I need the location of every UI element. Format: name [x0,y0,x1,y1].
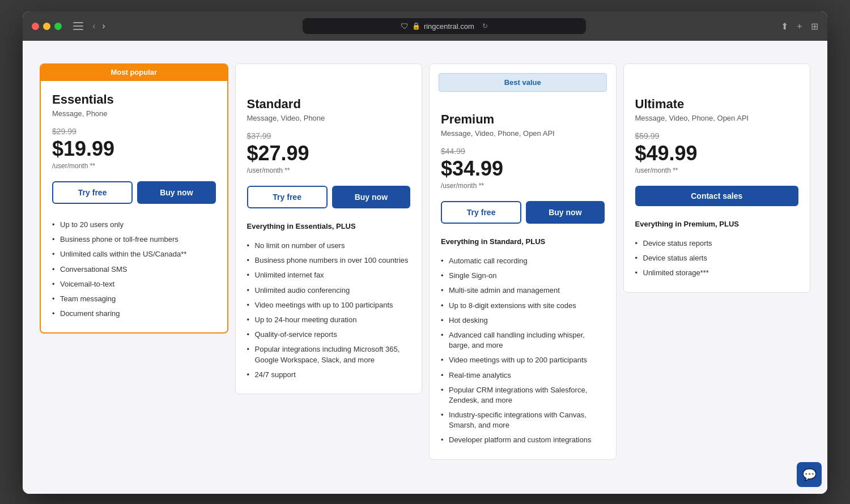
feature-item: Video meetings with up to 200 participan… [441,353,605,368]
nav-forward[interactable]: › [100,20,107,32]
ultimate-features-header: Everything in Premium, PLUS [635,220,799,228]
premium-features: Automatic call recording Single Sign-on … [441,254,605,448]
browser-window: ‹ › 🛡 🔒 ringcentral.com ↻ ⬆ ＋ ⊞ Most pop… [23,11,827,494]
chat-button[interactable]: 💬 [797,462,822,487]
address-bar[interactable]: 🛡 🔒 ringcentral.com ↻ [303,18,586,34]
ultimate-features: Device status reports Device status aler… [635,236,799,281]
standard-buttons: Try free Buy now [247,186,411,208]
feature-item: Video meetings with up to 100 participan… [247,298,411,313]
ultimate-buttons: Contact sales [635,186,799,206]
ultimate-name: Ultimate [635,97,799,112]
url-text: ringcentral.com [424,22,474,31]
essentials-body: Essentials Message, Phone $29.99 $19.99 … [41,81,227,332]
premium-desc: Message, Video, Phone, Open API [441,129,605,138]
feature-item: Business phone numbers in over 100 count… [247,253,411,268]
standard-features: No limit on number of users Business pho… [247,238,411,382]
feature-item: 24/7 support [247,368,411,382]
essentials-original-price: $29.99 [52,127,216,136]
essentials-desc: Message, Phone [52,109,216,118]
feature-item: Hot desking [441,313,605,328]
browser-actions: ⬆ ＋ ⊞ [781,20,818,32]
essentials-buttons: Try free Buy now [52,181,216,204]
feature-item: Popular CRM integrations with Salesforce… [441,383,605,408]
plan-card-ultimate: Ultimate Message, Video, Phone, Open API… [623,63,811,293]
feature-item: Single Sign-on [441,268,605,283]
essentials-price: $19.99 [52,137,216,161]
feature-item: Quality-of-service reports [247,327,411,342]
standard-price: $27.99 [247,142,411,165]
tabs-icon[interactable]: ⊞ [811,21,818,32]
feature-item: Up to 8-digit extensions with site codes [441,298,605,313]
sidebar-toggle[interactable] [73,22,83,30]
feature-item: Popular integrations including Microsoft… [247,342,411,367]
standard-body: Standard Message, Video, Phone $37.99 $2… [236,86,422,394]
pricing-container: Most popular Essentials Message, Phone $… [40,63,810,460]
feature-item: Conversational SMS [52,262,216,277]
browser-content: Most popular Essentials Message, Phone $… [23,41,827,494]
feature-item: Advanced call handling including whisper… [441,328,605,353]
standard-try-button[interactable]: Try free [247,186,328,208]
premium-buttons: Try free Buy now [441,201,605,224]
feature-item: Device status alerts [635,251,799,266]
essentials-try-button[interactable]: Try free [52,181,133,204]
standard-features-header: Everything in Essentials, PLUS [247,222,411,230]
standard-buy-button[interactable]: Buy now [332,186,410,208]
premium-original-price: $44.99 [441,147,605,156]
ultimate-period: /user/month ** [635,166,799,174]
premium-price: $34.99 [441,157,605,181]
feature-item: Developer platform and custom integratio… [441,433,605,447]
premium-features-header: Everything in Standard, PLUS [441,237,605,246]
essentials-buy-button[interactable]: Buy now [137,181,215,204]
essentials-features: Up to 20 users only Business phone or to… [52,217,216,321]
shield-icon: 🛡 [401,22,409,31]
standard-name: Standard [247,97,411,112]
traffic-light-red[interactable] [32,23,39,30]
essentials-period: /user/month ** [52,162,216,170]
feature-item: Industry-specific integrations with Canv… [441,408,605,433]
feature-item: Multi-site admin and management [441,283,605,298]
feature-item: Unlimited internet fax [247,268,411,283]
ultimate-desc: Message, Video, Phone, Open API [635,114,799,122]
new-tab-icon[interactable]: ＋ [795,20,804,32]
feature-item: Device status reports [635,236,799,251]
refresh-icon[interactable]: ↻ [482,22,488,30]
plan-card-essentials: Most popular Essentials Message, Phone $… [40,63,228,334]
ultimate-original-price: $59.99 [635,131,799,140]
lock-icon: 🔒 [412,22,420,30]
feature-item: Up to 24-hour meeting duration [247,313,411,327]
feature-item: Document sharing [52,306,216,321]
browser-chrome: ‹ › 🛡 🔒 ringcentral.com ↻ ⬆ ＋ ⊞ [23,11,827,41]
standard-period: /user/month ** [247,166,411,174]
ultimate-price: $49.99 [635,142,799,165]
feature-item: Business phone or toll-free numbers [52,232,216,247]
plan-card-premium: Best value Premium Message, Video, Phone… [429,63,617,460]
feature-item: No limit on number of users [247,238,411,253]
standard-desc: Message, Video, Phone [247,114,411,122]
badge-empty-standard [236,64,422,86]
premium-buy-button[interactable]: Buy now [526,201,604,224]
traffic-light-green[interactable] [54,23,62,30]
premium-body: Premium Message, Video, Phone, Open API … [430,101,616,459]
premium-name: Premium [441,112,605,127]
feature-item: Automatic call recording [441,254,605,268]
ultimate-contact-button[interactable]: Contact sales [635,186,799,206]
feature-item: Team messaging [52,292,216,306]
share-icon[interactable]: ⬆ [781,21,788,32]
feature-item: Voicemail-to-text [52,277,216,292]
traffic-light-yellow[interactable] [43,23,50,30]
traffic-lights [32,23,62,30]
plan-card-standard: Standard Message, Video, Phone $37.99 $2… [235,63,423,394]
nav-back[interactable]: ‹ [90,20,97,32]
feature-item: Unlimited calls within the US/Canada** [52,247,216,262]
chat-icon: 💬 [802,468,817,481]
badge-best-value: Best value [439,73,607,92]
feature-item: Unlimited audio conferencing [247,283,411,298]
feature-item: Unlimited storage*** [635,266,799,280]
premium-try-button[interactable]: Try free [441,201,521,224]
standard-original-price: $37.99 [247,131,411,140]
badge-empty-ultimate [624,64,810,86]
nav-arrows: ‹ › [90,20,108,32]
ultimate-body: Ultimate Message, Video, Phone, Open API… [624,86,810,292]
badge-most-popular: Most popular [41,63,227,81]
essentials-name: Essentials [52,92,216,107]
